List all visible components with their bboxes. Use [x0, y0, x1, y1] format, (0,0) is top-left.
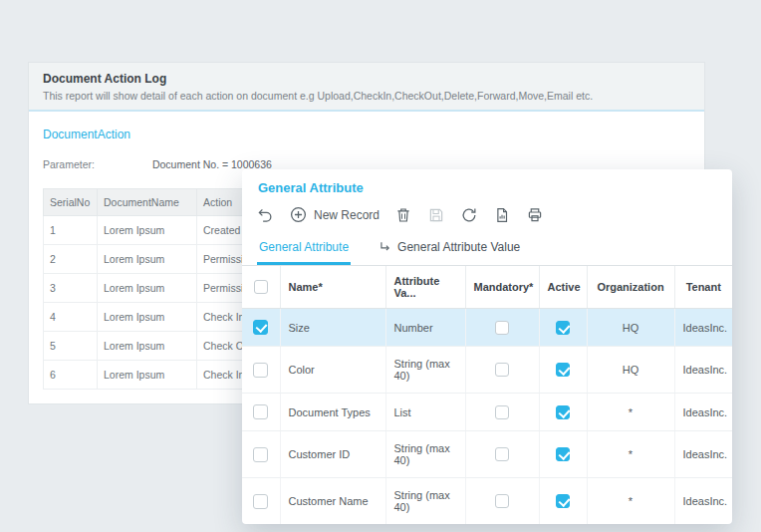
plus-circle-icon	[289, 205, 308, 224]
cell-name: Document Types	[280, 394, 385, 431]
desktop-background: Document Action Log This report will sho…	[0, 0, 761, 532]
cell-name: Lorem Ipsum	[98, 332, 197, 361]
table-row[interactable]: Customer ID String (max 40) * IdeasInc.	[242, 431, 732, 478]
mandatory-checkbox[interactable]	[495, 494, 509, 508]
export-button[interactable]	[493, 206, 511, 224]
col-attribute-value: Attribute Va...	[385, 266, 465, 309]
cell-attribute: String (max 40)	[385, 431, 465, 478]
row-checkbox[interactable]	[253, 320, 268, 335]
delete-button[interactable]	[394, 206, 412, 224]
cell-attribute: String (max 40)	[385, 347, 465, 394]
trash-icon	[394, 206, 412, 224]
cell-organization: *	[587, 478, 674, 525]
parameter-label: Parameter:	[43, 158, 95, 170]
refresh-icon	[460, 206, 478, 224]
col-mandatory: Mandatory*	[465, 266, 539, 309]
row-checkbox[interactable]	[253, 404, 268, 419]
document-action-link[interactable]: DocumentAction	[43, 128, 130, 141]
subdirectory-arrow-right-icon	[379, 240, 392, 254]
cell-tenant: IdeasInc.	[674, 394, 732, 431]
cell-name: Customer ID	[280, 431, 385, 478]
cell-name: Lorem Ipsum	[98, 216, 197, 245]
cell-serial: 5	[44, 332, 98, 361]
export-report-icon	[493, 206, 511, 224]
col-name: Name*	[280, 266, 385, 309]
active-checkbox[interactable]	[556, 405, 570, 419]
table-row[interactable]: Document Types List * IdeasInc.	[242, 394, 732, 431]
row-checkbox[interactable]	[253, 363, 268, 378]
cell-name: Lorem Ipsum	[98, 245, 197, 274]
cell-tenant: IdeasInc.	[674, 478, 732, 525]
select-all-checkbox[interactable]	[254, 280, 268, 294]
panel-title: General Attribute	[242, 169, 732, 199]
cell-attribute: Number	[385, 309, 465, 347]
cell-organization: *	[587, 431, 674, 478]
general-attribute-panel: General Attribute New Record	[242, 169, 732, 524]
cell-serial: 1	[44, 216, 98, 245]
doc-panel-title: Document Action Log	[43, 72, 690, 86]
cell-attribute: String (max 40)	[385, 478, 465, 525]
doc-panel-header: Document Action Log This report will sho…	[29, 63, 704, 112]
table-row[interactable]: Customer Name String (max 40) * IdeasInc…	[242, 478, 732, 525]
undo-button[interactable]	[256, 206, 274, 224]
toolbar: New Record	[242, 199, 732, 233]
cell-organization: HQ	[587, 309, 674, 347]
cell-attribute: List	[385, 394, 465, 431]
doc-panel-subtitle: This report will show detail of each act…	[43, 90, 690, 102]
cell-name: Size	[280, 309, 385, 347]
cell-tenant: IdeasInc.	[674, 347, 732, 394]
mandatory-checkbox[interactable]	[495, 405, 509, 419]
active-checkbox[interactable]	[556, 363, 570, 377]
general-attribute-table: Name* Attribute Va... Mandatory* Active …	[242, 266, 732, 524]
cell-tenant: IdeasInc.	[674, 309, 732, 347]
cell-organization: *	[587, 394, 674, 431]
active-checkbox[interactable]	[556, 447, 570, 461]
tab-general-attribute-value[interactable]: General Attribute Value	[377, 233, 522, 265]
cell-organization: HQ	[587, 347, 674, 394]
cell-name: Lorem Ipsum	[98, 303, 197, 332]
tab-label: General Attribute	[259, 240, 349, 254]
table-row[interactable]: Size Number HQ IdeasInc.	[242, 309, 732, 347]
refresh-button[interactable]	[460, 206, 478, 224]
cell-name: Lorem Ipsum	[98, 274, 197, 303]
cell-name: Color	[280, 347, 385, 394]
mandatory-checkbox[interactable]	[495, 321, 509, 335]
cell-serial: 6	[44, 361, 98, 390]
attr-table-header-row: Name* Attribute Va... Mandatory* Active …	[242, 266, 732, 309]
table-row[interactable]: Color String (max 40) HQ IdeasInc.	[242, 347, 732, 394]
save-button[interactable]	[427, 206, 445, 224]
active-checkbox[interactable]	[556, 494, 570, 508]
cell-tenant: IdeasInc.	[674, 431, 732, 478]
undo-icon	[256, 206, 274, 224]
cell-serial: 4	[44, 303, 98, 332]
tab-label: General Attribute Value	[397, 240, 520, 254]
new-record-button[interactable]: New Record	[289, 205, 380, 224]
print-icon	[526, 206, 544, 224]
active-checkbox[interactable]	[556, 321, 570, 335]
col-tenant: Tenant	[674, 266, 732, 309]
save-icon	[427, 206, 445, 224]
cell-serial: 2	[44, 245, 98, 274]
tab-bar: General Attribute General Attribute Valu…	[242, 233, 732, 266]
mandatory-checkbox[interactable]	[495, 363, 509, 377]
new-record-label: New Record	[314, 208, 380, 222]
doc-col-serialno: SerialNo	[44, 189, 98, 216]
mandatory-checkbox[interactable]	[495, 447, 509, 461]
row-checkbox[interactable]	[253, 494, 268, 509]
header-checkbox-cell	[242, 266, 280, 309]
cell-name: Lorem Ipsum	[98, 361, 197, 390]
doc-col-documentname: DocumentName	[98, 189, 197, 216]
col-active: Active	[539, 266, 587, 309]
cell-serial: 3	[44, 274, 98, 303]
cell-name: Customer Name	[280, 478, 385, 525]
tab-general-attribute[interactable]: General Attribute	[257, 233, 351, 265]
print-button[interactable]	[526, 206, 544, 224]
row-checkbox[interactable]	[253, 447, 268, 462]
col-organization: Organization	[587, 266, 674, 309]
